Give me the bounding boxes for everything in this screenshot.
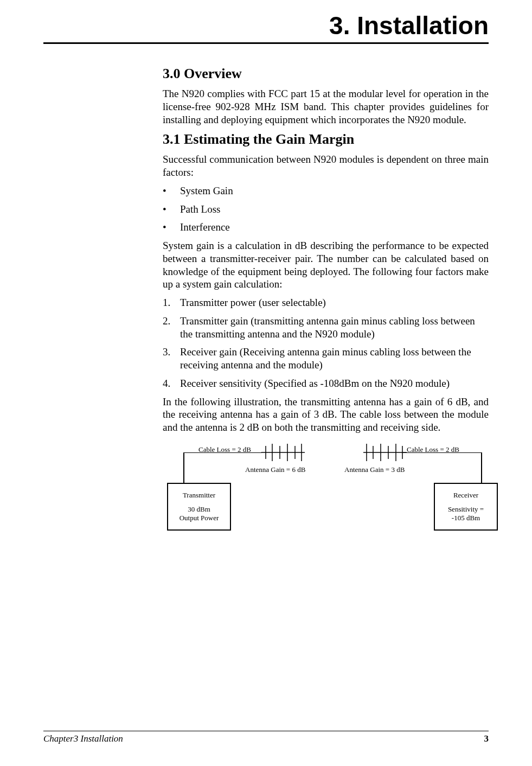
antenna-gain-label-right: Antenna Gain = 3 dB bbox=[344, 465, 405, 474]
chapter-title: 3. Installation bbox=[43, 0, 489, 44]
list-item: 4.Receiver sensitivity (Specified as -10… bbox=[163, 377, 489, 390]
bullet-list: •System Gain •Path Loss •Interference bbox=[163, 184, 489, 234]
number-marker: 2. bbox=[163, 315, 180, 341]
paragraph: The N920 complies with FCC part 15 at th… bbox=[163, 87, 489, 126]
list-item: •System Gain bbox=[163, 184, 489, 197]
wire bbox=[481, 452, 482, 483]
bullet-icon: • bbox=[163, 203, 180, 216]
cable-loss-label-right: Cable Loss = 2 dB bbox=[407, 445, 459, 454]
transmitter-power-label: Output Power bbox=[168, 514, 230, 522]
number-marker: 3. bbox=[163, 346, 180, 372]
list-item: •Interference bbox=[163, 221, 489, 234]
list-item: •Path Loss bbox=[163, 203, 489, 216]
list-item-text: Transmitter gain (transmitting antenna g… bbox=[180, 315, 489, 341]
receiver-sensitivity-value: -105 dBm bbox=[435, 514, 497, 522]
number-marker: 1. bbox=[163, 296, 180, 309]
cable-loss-label-left: Cable Loss = 2 dB bbox=[198, 445, 251, 454]
list-item-text: Receiver sensitivity (Specified as -108d… bbox=[180, 377, 489, 390]
list-item-text: System Gain bbox=[180, 184, 233, 197]
list-item-text: Interference bbox=[180, 221, 230, 234]
section-heading-overview: 3.0 Overview bbox=[163, 66, 489, 82]
footer-chapter: Chapter3 Installation bbox=[43, 733, 123, 744]
transmitter-box: Transmitter 30 dBm Output Power bbox=[167, 483, 231, 531]
numbered-list: 1.Transmitter power (user selectable) 2.… bbox=[163, 296, 489, 390]
list-item: 2.Transmitter gain (transmitting antenna… bbox=[163, 315, 489, 341]
list-item-text: Transmitter power (user selectable) bbox=[180, 296, 489, 309]
number-marker: 4. bbox=[163, 377, 180, 390]
paragraph: Successful communication between N920 mo… bbox=[163, 153, 489, 179]
transmitter-power: 30 dBm bbox=[168, 505, 230, 514]
wire bbox=[183, 452, 184, 483]
gain-diagram: Cable Loss = 2 dB Cable Loss = 2 dB Ante… bbox=[163, 439, 489, 548]
list-item-text: Receiver gain (Receiving antenna gain mi… bbox=[180, 346, 489, 372]
paragraph: System gain is a calculation in dB descr… bbox=[163, 239, 489, 291]
footer-page-number: 3 bbox=[484, 733, 489, 744]
page-footer: Chapter3 Installation 3 bbox=[43, 731, 489, 744]
receiver-title: Receiver bbox=[435, 491, 497, 500]
list-item-text: Path Loss bbox=[180, 203, 220, 216]
bullet-icon: • bbox=[163, 221, 180, 234]
receiver-box: Receiver Sensitivity = -105 dBm bbox=[434, 483, 498, 531]
paragraph: In the following illustration, the trans… bbox=[163, 395, 489, 434]
bullet-icon: • bbox=[163, 184, 180, 197]
receiver-sensitivity-label: Sensitivity = bbox=[435, 505, 497, 514]
transmitter-title: Transmitter bbox=[168, 491, 230, 500]
section-heading-gain-margin: 3.1 Estimating the Gain Margin bbox=[163, 131, 489, 148]
antenna-gain-label-left: Antenna Gain = 6 dB bbox=[245, 465, 305, 474]
antenna-icon bbox=[261, 444, 305, 461]
content-column: 3.0 Overview The N920 complies with FCC … bbox=[163, 66, 489, 548]
list-item: 1.Transmitter power (user selectable) bbox=[163, 296, 489, 309]
list-item: 3.Receiver gain (Receiving antenna gain … bbox=[163, 346, 489, 372]
antenna-icon bbox=[363, 444, 407, 461]
